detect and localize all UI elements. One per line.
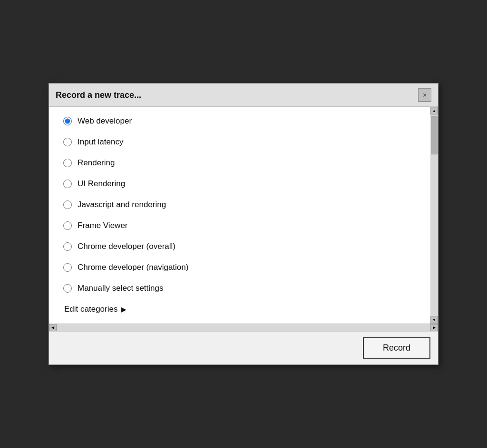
radio-manually-select[interactable] [63,284,72,293]
scrollbar-track[interactable] [430,114,438,316]
radio-chrome-overall[interactable] [63,242,72,251]
record-trace-dialog: Record a new trace... × Web developer In… [49,83,438,365]
dialog-footer: Record [49,331,438,364]
radio-input-latency[interactable] [63,138,72,146]
radio-item-frame-viewer[interactable]: Frame Viewer [63,221,416,230]
dialog-body-wrapper: Web developer Input latency Rendering UI… [49,107,438,324]
radio-web-developer[interactable] [63,117,72,125]
radio-item-rendering[interactable]: Rendering [63,158,416,168]
radio-chrome-navigation[interactable] [63,263,72,272]
edit-categories-arrow-icon: ▶ [121,305,127,313]
scroll-down-arrow[interactable]: ▼ [430,316,438,324]
radio-label-input-latency: Input latency [78,137,123,147]
dialog-content: Web developer Input latency Rendering UI… [49,107,430,324]
radio-label-ui-rendering: UI Rendering [78,179,125,189]
scrollbar-thumb[interactable] [431,116,438,154]
radio-item-javascript-rendering[interactable]: Javascript and rendering [63,200,416,210]
radio-label-chrome-navigation: Chrome developer (navigation) [78,263,188,272]
record-button[interactable]: Record [363,337,430,359]
radio-item-input-latency[interactable]: Input latency [63,137,416,147]
radio-label-manually-select: Manually select settings [78,284,163,293]
radio-item-ui-rendering[interactable]: UI Rendering [63,179,416,189]
radio-item-chrome-navigation[interactable]: Chrome developer (navigation) [63,263,416,272]
radio-label-rendering: Rendering [78,158,115,168]
radio-javascript-rendering[interactable] [63,200,72,209]
radio-label-web-developer: Web developer [78,116,132,126]
radio-frame-viewer[interactable] [63,221,72,230]
close-button[interactable]: × [418,88,431,102]
radio-item-web-developer[interactable]: Web developer [63,116,416,126]
radio-label-javascript-rendering: Javascript and rendering [78,200,166,210]
horizontal-scrollbar-track[interactable] [57,324,430,331]
scroll-up-arrow[interactable]: ▲ [430,107,438,114]
radio-item-chrome-overall[interactable]: Chrome developer (overall) [63,242,416,251]
scroll-right-arrow[interactable]: ▶ [430,324,438,332]
dialog-overlay: Record a new trace... × Web developer In… [0,0,487,448]
radio-item-manually-select[interactable]: Manually select settings [63,284,416,293]
radio-label-chrome-overall: Chrome developer (overall) [78,242,175,251]
dialog-title-bar: Record a new trace... × [49,84,438,107]
radio-label-frame-viewer: Frame Viewer [78,221,128,230]
scroll-left-arrow[interactable]: ◀ [49,324,57,332]
radio-rendering[interactable] [63,159,72,167]
vertical-scrollbar[interactable]: ▲ ▼ [430,107,438,324]
dialog-title: Record a new trace... [56,90,141,100]
close-icon: × [423,91,427,99]
radio-ui-rendering[interactable] [63,180,72,188]
edit-categories-label: Edit categories [64,305,117,314]
horizontal-scrollbar[interactable]: ◀ ▶ [49,324,438,331]
edit-categories[interactable]: Edit categories ▶ [63,305,416,314]
